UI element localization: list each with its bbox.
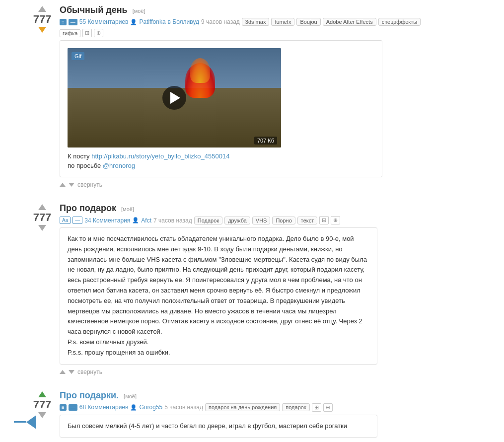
media-box-1: Gif 707 Кб К посту http://pikabu.ru/stor… xyxy=(60,40,382,177)
post-2: 777 Про подарок [моё] Aa — 34 Комментари… xyxy=(30,203,494,375)
collapse-down-icon-1 xyxy=(69,183,74,187)
action-icon-expand-2[interactable]: ⊞ xyxy=(319,216,329,224)
vote-column-1: 777 xyxy=(30,5,55,188)
file-size-1: 707 Кб xyxy=(254,137,277,145)
post-meta-1: ≡ — 55 Комментариев 👤 Patiffonka в Болли… xyxy=(60,18,494,26)
tag-3dsmax[interactable]: 3ds max xyxy=(242,18,270,26)
post-icon-text-2[interactable]: Aa xyxy=(60,217,71,224)
arrow-pointer-3 xyxy=(14,415,36,429)
time-3: 5 часов назад xyxy=(164,404,203,411)
tag-podarok-3[interactable]: подарок xyxy=(282,403,309,411)
my-badge-1[interactable]: [моё] xyxy=(133,8,145,14)
second-row-meta-1: гифка ⊞ ⊕ xyxy=(60,29,494,37)
gif-label-1[interactable]: гифка xyxy=(60,29,80,37)
collapse-label-1[interactable]: свернуть xyxy=(77,181,102,188)
vote-column-2: 777 xyxy=(30,203,55,375)
gif-badge-1: Gif xyxy=(72,52,84,60)
vote-up-3[interactable] xyxy=(38,391,46,397)
play-triangle-1 xyxy=(170,92,180,104)
by-request-1: по просьбе @hronorog xyxy=(68,162,374,169)
post-meta-3: ≡ — 68 Комментариев 👤 Gorog55 5 часов на… xyxy=(60,403,494,412)
tag-podarok-2[interactable]: Подарок xyxy=(194,217,222,224)
tag-porno-2[interactable]: Порно xyxy=(272,217,295,224)
post-1: 777 Обычный день [моё] ≡ — 55 Комментари… xyxy=(30,5,494,188)
tag-speceffects[interactable]: спецэффекты xyxy=(378,18,421,26)
tag-boujou[interactable]: Boujou xyxy=(296,18,320,26)
author-link-1[interactable]: Patiffonka xyxy=(139,18,165,25)
page-container: 777 Обычный день [моё] ≡ — 55 Комментари… xyxy=(0,0,504,442)
vote-down-3[interactable] xyxy=(38,412,46,418)
collapse-bar-1[interactable]: свернуть xyxy=(60,181,494,188)
action-icon-add-2[interactable]: ⊕ xyxy=(331,216,340,224)
post-icon-list-1[interactable]: — xyxy=(69,19,77,25)
collapse-down-icon-2 xyxy=(69,370,74,374)
vote-down-1[interactable] xyxy=(38,27,46,33)
action-icon-expand-1[interactable]: ⊞ xyxy=(82,29,92,37)
post-icon-dash-2[interactable]: — xyxy=(72,217,82,224)
time-2: 7 часов назад xyxy=(153,217,192,224)
tag-tekst-2[interactable]: текст xyxy=(297,217,318,224)
action-icon-expand-3[interactable]: ⊞ xyxy=(312,403,321,412)
tag-druzhba-2[interactable]: дружба xyxy=(224,217,250,224)
post-title-2: Про подарок [моё] xyxy=(60,203,494,214)
post-title-1: Обычный день [моё] xyxy=(60,5,494,15)
author-link-3[interactable]: Gorog55 xyxy=(139,404,162,411)
body-preview-3: Был совсем мелкий (4-5 лет) и часто бега… xyxy=(68,422,347,430)
comments-link-1[interactable]: 55 Комментариев xyxy=(79,18,129,25)
tag-podarok-den-3[interactable]: подарок на день рождения xyxy=(205,403,280,411)
vote-count-2: 777 xyxy=(33,211,52,224)
vote-up-2[interactable] xyxy=(38,204,46,210)
post-text-box-2: Как то и мне посчастливилось стать облад… xyxy=(60,227,377,365)
post-link-1[interactable]: http://pikabu.ru/story/yeto_byilo_blizko… xyxy=(91,152,229,160)
post-link-section-1: К посту http://pikabu.ru/story/yeto_byil… xyxy=(68,152,374,169)
post-content-3: Про подарки. [моё] ≡ — 68 Комментариев 👤… xyxy=(60,390,494,442)
comments-link-3[interactable]: 68 Комментариев xyxy=(79,404,129,411)
collapse-up-icon-1 xyxy=(60,183,66,187)
action-icon-add-1[interactable]: ⊕ xyxy=(94,29,103,37)
collapse-label-2[interactable]: свернуть xyxy=(77,368,102,375)
post-preview-box-3: Был совсем мелкий (4-5 лет) и часто бега… xyxy=(60,415,377,438)
post-title-3: Про подарки. [моё] xyxy=(60,390,494,401)
vote-down-2[interactable] xyxy=(38,225,46,231)
collapse-up-icon-2 xyxy=(60,370,66,374)
post-icon-list-3[interactable]: — xyxy=(69,404,77,411)
post-icon-image-1[interactable]: ≡ xyxy=(60,19,67,25)
tag-fumefx[interactable]: fumefx xyxy=(271,18,294,26)
post-icon-image-3[interactable]: ≡ xyxy=(60,404,67,411)
post-3: 777 Про подарки. [моё] ≡ — 68 Комментари… xyxy=(30,390,494,442)
time-1: 9 часов назад xyxy=(201,18,240,25)
post-content-2: Про подарок [моё] Aa — 34 Комментария 👤 … xyxy=(60,203,494,375)
by-request-user-1[interactable]: @hronorog xyxy=(103,162,135,169)
vote-count-1: 777 xyxy=(33,13,52,26)
my-badge-2[interactable]: [моё] xyxy=(121,206,134,212)
collapse-bar-2[interactable]: свернуть xyxy=(60,368,494,375)
location-1: в Болливуд xyxy=(168,18,199,25)
my-badge-3[interactable]: [моё] xyxy=(124,393,137,399)
body-text-2: Как то и мне посчастливилось стать облад… xyxy=(68,235,367,356)
fire-effect xyxy=(185,63,215,98)
comments-link-2[interactable]: 34 Комментария xyxy=(84,217,130,224)
post-meta-2: Aa — 34 Комментария 👤 Afct 7 часов назад… xyxy=(60,216,494,224)
author-link-2[interactable]: Afct xyxy=(141,217,151,224)
play-button-1[interactable] xyxy=(162,86,186,110)
post-title-link-3[interactable]: Про подарки. xyxy=(60,390,121,400)
vote-up-1[interactable] xyxy=(38,6,46,12)
tag-aftereffects[interactable]: Adobe After Effects xyxy=(323,18,376,26)
post-content-1: Обычный день [моё] ≡ — 55 Комментариев 👤… xyxy=(60,5,494,188)
k-postu-label: К посту xyxy=(68,152,90,160)
video-thumb-1[interactable]: Gif 707 Кб xyxy=(68,48,281,147)
action-icon-add-3[interactable]: ⊕ xyxy=(323,403,333,412)
tag-vhs-2[interactable]: VHS xyxy=(252,217,271,224)
vote-count-3: 777 xyxy=(33,398,52,411)
